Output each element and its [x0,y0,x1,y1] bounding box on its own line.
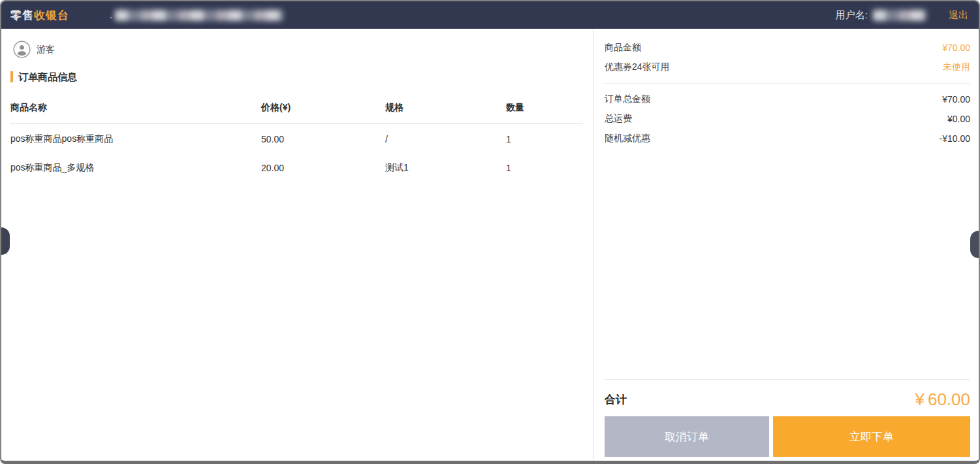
summary-row-coupon[interactable]: 优惠券24张可用 未使用 [605,58,970,77]
customer-name: 游客 [37,44,55,56]
summary-row-order-total: 订单总金额 ¥70.00 [605,90,970,109]
left-drawer-handle[interactable] [1,227,10,255]
col-header-spec: 规格 [385,98,506,124]
col-header-product-name: 商品名称 [10,98,261,124]
summary-row-freight: 总运费 ¥0.00 [605,109,970,129]
guest-avatar-icon [13,41,31,58]
total-value: 60.00 [928,389,970,409]
random-discount-label: 随机减优惠 [605,133,650,144]
order-items-panel: 游客 订单商品信息 商品名称 价格(¥) 规格 数量 pos称重商品pos称重商… [1,29,594,461]
col-header-qty: 数量 [506,98,583,124]
table-row: pos称重商品pos称重商品 50.00 / 1 [10,124,583,154]
topbar: 零售收银台 . 用户名: 退出 [1,1,979,29]
summary-divider [605,83,970,84]
section-title-order-items: 订单商品信息 [10,71,583,82]
cell-qty: 1 [506,153,583,182]
cell-product-name: pos称重商品pos称重商品 [10,124,261,154]
col-header-price: 价格(¥) [261,98,385,124]
main-content: 游客 订单商品信息 商品名称 价格(¥) 规格 数量 pos称重商品pos称重商… [1,29,979,461]
cell-spec: 测试1 [385,153,506,182]
order-total-label: 订单总金额 [605,93,650,105]
random-discount-value: -¥10.00 [940,133,970,144]
summary-row-random-discount: 随机减优惠 -¥10.00 [605,129,970,148]
summary-row-goods-amount: 商品金额 ¥70.00 [605,38,970,58]
coupon-label: 优惠券24张可用 [605,61,670,73]
total-currency: ¥ [915,389,924,409]
coupon-status[interactable]: 未使用 [943,61,970,73]
cell-price: 50.00 [261,124,385,154]
right-drawer-handle[interactable] [970,231,979,258]
cancel-order-button[interactable]: 取消订单 [605,416,769,457]
goods-amount-value: ¥70.00 [942,42,970,53]
username-label: 用户名: [836,9,868,22]
total-amount: ¥60.00 [915,389,970,410]
app-title: 零售收银台 [10,8,69,23]
total-row: 合计 ¥60.00 [605,389,970,410]
app-title-prefix: 零售 [10,9,34,22]
logout-button[interactable]: 退出 [949,9,968,22]
table-header-row: 商品名称 价格(¥) 规格 数量 [10,98,583,124]
cell-spec: / [385,124,506,154]
order-summary-panel: 商品金额 ¥70.00 优惠券24张可用 未使用 订单总金额 ¥70.00 总运… [594,29,979,461]
redacted-store-name [115,10,283,21]
freight-label: 总运费 [605,113,632,125]
redacted-username [873,10,926,21]
cell-product-name: pos称重商品_多规格 [10,153,261,182]
goods-amount-label: 商品金额 [605,42,641,54]
table-row: pos称重商品_多规格 20.00 测试1 1 [10,153,583,182]
total-divider [605,379,970,380]
pos-window: 零售收银台 . 用户名: 退出 游客 订单商品信息 [0,0,980,464]
app-title-accent: 收银台 [34,9,69,22]
cell-qty: 1 [506,124,583,154]
submit-order-button[interactable]: 立即下单 [773,416,970,457]
cell-price: 20.00 [261,153,385,182]
order-items-table: 商品名称 价格(¥) 规格 数量 pos称重商品pos称重商品 50.00 / … [10,98,583,182]
order-total-value: ¥70.00 [942,94,970,105]
customer-row: 游客 [13,41,583,58]
freight-value: ¥0.00 [947,114,970,124]
checkout-actions: 取消订单 立即下单 [605,416,970,457]
redacted-prefix: . [110,10,112,20]
total-label: 合计 [605,392,627,407]
summary-spacer [605,148,970,373]
